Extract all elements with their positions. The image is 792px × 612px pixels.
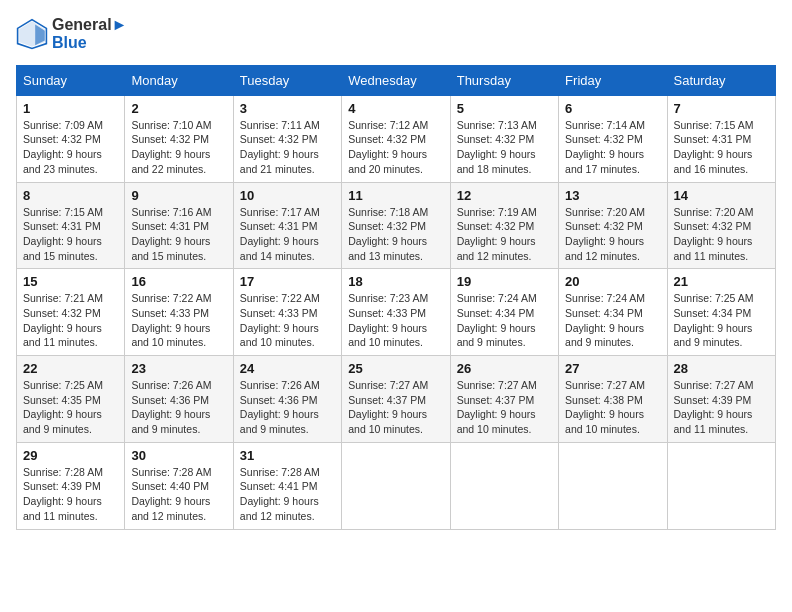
day-info: Sunrise: 7:11 AM Sunset: 4:32 PM Dayligh…: [240, 118, 335, 177]
day-info: Sunrise: 7:28 AM Sunset: 4:41 PM Dayligh…: [240, 465, 335, 524]
day-info: Sunrise: 7:26 AM Sunset: 4:36 PM Dayligh…: [131, 378, 226, 437]
day-cell-18: 18 Sunrise: 7:23 AM Sunset: 4:33 PM Dayl…: [342, 269, 450, 356]
day-info: Sunrise: 7:19 AM Sunset: 4:32 PM Dayligh…: [457, 205, 552, 264]
day-info: Sunrise: 7:14 AM Sunset: 4:32 PM Dayligh…: [565, 118, 660, 177]
day-info: Sunrise: 7:12 AM Sunset: 4:32 PM Dayligh…: [348, 118, 443, 177]
day-number: 28: [674, 361, 769, 376]
day-cell-4: 4 Sunrise: 7:12 AM Sunset: 4:32 PM Dayli…: [342, 95, 450, 182]
logo: General► Blue: [16, 16, 127, 53]
weekday-header-monday: Monday: [125, 65, 233, 95]
weekday-header-friday: Friday: [559, 65, 667, 95]
empty-cell: [450, 442, 558, 529]
weekday-header-wednesday: Wednesday: [342, 65, 450, 95]
day-number: 15: [23, 274, 118, 289]
day-cell-30: 30 Sunrise: 7:28 AM Sunset: 4:40 PM Dayl…: [125, 442, 233, 529]
day-number: 4: [348, 101, 443, 116]
day-number: 29: [23, 448, 118, 463]
day-number: 12: [457, 188, 552, 203]
page-header: General► Blue: [16, 16, 776, 53]
day-cell-16: 16 Sunrise: 7:22 AM Sunset: 4:33 PM Dayl…: [125, 269, 233, 356]
day-number: 19: [457, 274, 552, 289]
day-info: Sunrise: 7:27 AM Sunset: 4:37 PM Dayligh…: [348, 378, 443, 437]
day-cell-26: 26 Sunrise: 7:27 AM Sunset: 4:37 PM Dayl…: [450, 356, 558, 443]
day-number: 22: [23, 361, 118, 376]
day-number: 31: [240, 448, 335, 463]
day-number: 14: [674, 188, 769, 203]
day-cell-13: 13 Sunrise: 7:20 AM Sunset: 4:32 PM Dayl…: [559, 182, 667, 269]
day-info: Sunrise: 7:27 AM Sunset: 4:38 PM Dayligh…: [565, 378, 660, 437]
day-cell-25: 25 Sunrise: 7:27 AM Sunset: 4:37 PM Dayl…: [342, 356, 450, 443]
day-number: 10: [240, 188, 335, 203]
day-info: Sunrise: 7:16 AM Sunset: 4:31 PM Dayligh…: [131, 205, 226, 264]
day-info: Sunrise: 7:25 AM Sunset: 4:34 PM Dayligh…: [674, 291, 769, 350]
day-info: Sunrise: 7:21 AM Sunset: 4:32 PM Dayligh…: [23, 291, 118, 350]
day-info: Sunrise: 7:26 AM Sunset: 4:36 PM Dayligh…: [240, 378, 335, 437]
day-cell-19: 19 Sunrise: 7:24 AM Sunset: 4:34 PM Dayl…: [450, 269, 558, 356]
day-cell-20: 20 Sunrise: 7:24 AM Sunset: 4:34 PM Dayl…: [559, 269, 667, 356]
day-number: 1: [23, 101, 118, 116]
day-cell-6: 6 Sunrise: 7:14 AM Sunset: 4:32 PM Dayli…: [559, 95, 667, 182]
day-number: 21: [674, 274, 769, 289]
empty-cell: [559, 442, 667, 529]
day-info: Sunrise: 7:18 AM Sunset: 4:32 PM Dayligh…: [348, 205, 443, 264]
day-cell-27: 27 Sunrise: 7:27 AM Sunset: 4:38 PM Dayl…: [559, 356, 667, 443]
day-info: Sunrise: 7:20 AM Sunset: 4:32 PM Dayligh…: [565, 205, 660, 264]
day-info: Sunrise: 7:17 AM Sunset: 4:31 PM Dayligh…: [240, 205, 335, 264]
day-cell-23: 23 Sunrise: 7:26 AM Sunset: 4:36 PM Dayl…: [125, 356, 233, 443]
day-cell-1: 1 Sunrise: 7:09 AM Sunset: 4:32 PM Dayli…: [17, 95, 125, 182]
day-number: 18: [348, 274, 443, 289]
day-cell-21: 21 Sunrise: 7:25 AM Sunset: 4:34 PM Dayl…: [667, 269, 775, 356]
empty-cell: [667, 442, 775, 529]
day-number: 27: [565, 361, 660, 376]
day-cell-3: 3 Sunrise: 7:11 AM Sunset: 4:32 PM Dayli…: [233, 95, 341, 182]
day-cell-29: 29 Sunrise: 7:28 AM Sunset: 4:39 PM Dayl…: [17, 442, 125, 529]
day-info: Sunrise: 7:27 AM Sunset: 4:37 PM Dayligh…: [457, 378, 552, 437]
weekday-header-tuesday: Tuesday: [233, 65, 341, 95]
day-cell-2: 2 Sunrise: 7:10 AM Sunset: 4:32 PM Dayli…: [125, 95, 233, 182]
day-info: Sunrise: 7:15 AM Sunset: 4:31 PM Dayligh…: [674, 118, 769, 177]
day-cell-12: 12 Sunrise: 7:19 AM Sunset: 4:32 PM Dayl…: [450, 182, 558, 269]
day-number: 25: [348, 361, 443, 376]
day-number: 30: [131, 448, 226, 463]
day-cell-22: 22 Sunrise: 7:25 AM Sunset: 4:35 PM Dayl…: [17, 356, 125, 443]
day-info: Sunrise: 7:23 AM Sunset: 4:33 PM Dayligh…: [348, 291, 443, 350]
day-cell-8: 8 Sunrise: 7:15 AM Sunset: 4:31 PM Dayli…: [17, 182, 125, 269]
day-cell-31: 31 Sunrise: 7:28 AM Sunset: 4:41 PM Dayl…: [233, 442, 341, 529]
day-cell-7: 7 Sunrise: 7:15 AM Sunset: 4:31 PM Dayli…: [667, 95, 775, 182]
day-info: Sunrise: 7:13 AM Sunset: 4:32 PM Dayligh…: [457, 118, 552, 177]
day-number: 20: [565, 274, 660, 289]
day-info: Sunrise: 7:24 AM Sunset: 4:34 PM Dayligh…: [457, 291, 552, 350]
calendar-table: SundayMondayTuesdayWednesdayThursdayFrid…: [16, 65, 776, 530]
weekday-header-saturday: Saturday: [667, 65, 775, 95]
day-cell-5: 5 Sunrise: 7:13 AM Sunset: 4:32 PM Dayli…: [450, 95, 558, 182]
day-info: Sunrise: 7:20 AM Sunset: 4:32 PM Dayligh…: [674, 205, 769, 264]
day-number: 16: [131, 274, 226, 289]
day-number: 24: [240, 361, 335, 376]
day-number: 7: [674, 101, 769, 116]
day-cell-9: 9 Sunrise: 7:16 AM Sunset: 4:31 PM Dayli…: [125, 182, 233, 269]
day-info: Sunrise: 7:25 AM Sunset: 4:35 PM Dayligh…: [23, 378, 118, 437]
day-info: Sunrise: 7:22 AM Sunset: 4:33 PM Dayligh…: [131, 291, 226, 350]
weekday-header-sunday: Sunday: [17, 65, 125, 95]
day-cell-17: 17 Sunrise: 7:22 AM Sunset: 4:33 PM Dayl…: [233, 269, 341, 356]
day-cell-14: 14 Sunrise: 7:20 AM Sunset: 4:32 PM Dayl…: [667, 182, 775, 269]
day-info: Sunrise: 7:15 AM Sunset: 4:31 PM Dayligh…: [23, 205, 118, 264]
day-info: Sunrise: 7:28 AM Sunset: 4:40 PM Dayligh…: [131, 465, 226, 524]
day-cell-28: 28 Sunrise: 7:27 AM Sunset: 4:39 PM Dayl…: [667, 356, 775, 443]
day-number: 11: [348, 188, 443, 203]
day-info: Sunrise: 7:27 AM Sunset: 4:39 PM Dayligh…: [674, 378, 769, 437]
day-info: Sunrise: 7:09 AM Sunset: 4:32 PM Dayligh…: [23, 118, 118, 177]
day-number: 6: [565, 101, 660, 116]
day-info: Sunrise: 7:28 AM Sunset: 4:39 PM Dayligh…: [23, 465, 118, 524]
day-info: Sunrise: 7:24 AM Sunset: 4:34 PM Dayligh…: [565, 291, 660, 350]
weekday-header-thursday: Thursday: [450, 65, 558, 95]
day-cell-15: 15 Sunrise: 7:21 AM Sunset: 4:32 PM Dayl…: [17, 269, 125, 356]
day-cell-10: 10 Sunrise: 7:17 AM Sunset: 4:31 PM Dayl…: [233, 182, 341, 269]
empty-cell: [342, 442, 450, 529]
day-number: 9: [131, 188, 226, 203]
day-number: 13: [565, 188, 660, 203]
day-number: 23: [131, 361, 226, 376]
day-number: 2: [131, 101, 226, 116]
logo-icon: [16, 18, 48, 50]
day-info: Sunrise: 7:10 AM Sunset: 4:32 PM Dayligh…: [131, 118, 226, 177]
